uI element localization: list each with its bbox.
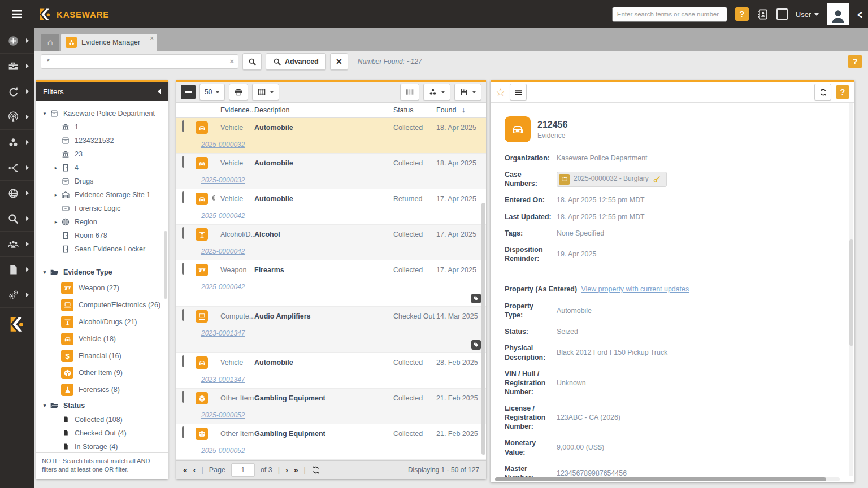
sidebar-item-broadcast[interactable] [0, 104, 34, 130]
help-button[interactable]: ? [848, 55, 862, 68]
case-number-link[interactable]: 2023-0001347 [201, 376, 245, 384]
favorite-star-icon[interactable]: ☆ [496, 87, 505, 98]
sidebar-item-web[interactable] [0, 181, 34, 206]
case-number-link[interactable]: 2025-0000042 [201, 283, 245, 291]
table-row[interactable]: Vehicle Automobile Returned 17. Apr 2025… [176, 189, 486, 225]
sidebar-item-settings[interactable] [0, 282, 34, 308]
column-header-status[interactable]: Status [393, 106, 436, 114]
sidebar-item-cases[interactable] [0, 54, 34, 79]
refresh-detail-button[interactable] [814, 84, 831, 101]
filter-tree-item[interactable]: 23 [36, 147, 168, 161]
row-checkbox[interactable] [182, 263, 184, 274]
filter-evidence-type-item[interactable]: Weapon (27) [36, 280, 168, 297]
column-header-evidence-type[interactable]: Evidence... [220, 106, 254, 114]
filter-evidence-type-item[interactable]: Vehicle (18) [36, 330, 168, 347]
case-number-link[interactable]: 2025-0000032 [201, 141, 245, 149]
table-row[interactable]: Vehicle Automobile Collected 18. Apr 202… [176, 154, 486, 189]
help-button[interactable]: ? [735, 7, 749, 21]
next-page-button[interactable]: › [285, 465, 288, 474]
user-menu[interactable]: User [796, 10, 819, 19]
filter-tree-item[interactable]: ▾ Kaseware Police Department [36, 107, 168, 120]
expander-icon[interactable]: ▾ [41, 111, 49, 116]
case-number-link[interactable]: 2025-0000032 [201, 176, 245, 184]
columns-dropdown[interactable] [252, 84, 279, 101]
table-row[interactable]: Other Item Gambling Equipment Collected … [176, 389, 486, 424]
table-row[interactable]: Compute... Audio Amplifiers Checked Out … [176, 307, 486, 353]
case-number-link[interactable]: 2025-0000042 [201, 212, 245, 220]
filter-status-item[interactable]: In Storage (4) [36, 440, 168, 452]
sidebar-item-people[interactable] [0, 232, 34, 257]
avatar[interactable] [827, 3, 849, 25]
expander-icon[interactable]: ▸ [52, 165, 60, 171]
close-search-button[interactable]: ✕ [330, 53, 348, 70]
contacts-icon[interactable] [757, 8, 769, 20]
sidebar-item-documents[interactable] [0, 257, 34, 282]
row-checkbox[interactable] [182, 191, 184, 203]
expand-open-icon[interactable]: ▾ [41, 269, 49, 275]
filter-status-item[interactable]: Collected (108) [36, 413, 168, 426]
collapse-rows-button[interactable] [181, 85, 196, 99]
table-row[interactable]: Vehicle Automobile Collected 18. Apr 202… [176, 118, 486, 154]
print-button[interactable] [229, 84, 248, 101]
expander-icon[interactable]: ▸ [52, 192, 60, 198]
window-icon[interactable] [776, 8, 788, 20]
refresh-results-icon[interactable] [311, 465, 320, 474]
collapse-topbar-icon[interactable]: < [857, 7, 862, 21]
search-button[interactable] [242, 53, 262, 70]
sidebar-item-link-analysis[interactable] [0, 155, 34, 181]
detail-menu-button[interactable] [510, 84, 527, 101]
case-number-link[interactable]: 2025-0000042 [201, 247, 245, 255]
sidebar-item-evidence[interactable] [0, 130, 34, 155]
page-number-input[interactable] [231, 463, 255, 477]
row-checkbox[interactable] [182, 120, 184, 132]
case-number-link[interactable]: 2025-0000052 [201, 447, 245, 455]
kaseware-k-logo[interactable] [0, 308, 34, 334]
filter-tree-item[interactable]: ▸ Evidence Storage Site 1 [36, 188, 168, 202]
expander-icon[interactable]: ▸ [52, 219, 60, 225]
tab-close-icon[interactable]: × [150, 34, 154, 42]
view-property-link[interactable]: View property with current updates [581, 285, 689, 293]
table-row[interactable]: Weapon Firearms Collected 17. Apr 2025 2… [176, 260, 486, 307]
filter-section-evidence-type[interactable]: ▾ Evidence Type [36, 265, 168, 280]
table-scrollbar[interactable] [481, 203, 485, 455]
column-header-found[interactable]: Found ↓ [436, 106, 486, 114]
row-checkbox[interactable] [182, 426, 184, 438]
row-checkbox[interactable] [182, 355, 184, 367]
filter-tree-item[interactable]: ▸ 4 [36, 161, 168, 175]
row-description[interactable]: Automobile [254, 157, 393, 167]
sidebar-item-new[interactable] [0, 28, 34, 54]
filter-tree-item[interactable]: Forensic Logic [36, 202, 168, 215]
page-size-dropdown[interactable]: 50 [199, 84, 225, 101]
filter-status-item[interactable]: Checked Out (4) [36, 426, 168, 440]
row-checkbox[interactable] [182, 391, 184, 403]
row-description[interactable]: Firearms [254, 264, 393, 274]
clear-query-icon[interactable]: × [229, 57, 234, 66]
sidebar-item-search[interactable] [0, 206, 34, 232]
row-description[interactable]: Automobile [254, 356, 393, 367]
case-number-chip[interactable]: 2025-0000032 - Burglary [557, 172, 667, 187]
row-description[interactable]: Gambling Equipment [254, 392, 393, 402]
prev-page-button[interactable]: ‹ [193, 465, 196, 474]
filter-tree-item[interactable]: Room 678 [36, 229, 168, 242]
main-menu-icon[interactable] [0, 0, 34, 28]
query-input[interactable] [41, 54, 238, 69]
detail-scrollbar[interactable] [849, 239, 853, 346]
tab-evidence-manager[interactable]: Evidence Manager × [61, 34, 157, 51]
collapse-filters-icon[interactable] [158, 89, 161, 94]
filter-evidence-type-item[interactable]: Forensics (8) [36, 381, 168, 398]
case-number-link[interactable]: 2023-0001347 [201, 329, 245, 337]
row-checkbox[interactable] [182, 156, 184, 168]
row-description[interactable]: Audio Amplifiers [254, 310, 393, 320]
row-description[interactable]: Alcohol [254, 228, 393, 238]
filter-evidence-type-item[interactable]: Other Item (9) [36, 364, 168, 381]
first-page-button[interactable]: « [183, 465, 188, 474]
table-row[interactable]: Other Item Gambling Equipment Collected … [176, 460, 486, 460]
filter-tree-item[interactable]: Drugs [36, 175, 168, 188]
filters-scrollbar[interactable] [164, 231, 167, 299]
filter-tree-item[interactable]: ▸ Region [36, 215, 168, 229]
table-row[interactable]: Vehicle Automobile Collected 28. Feb 202… [176, 353, 486, 389]
save-dropdown[interactable] [454, 84, 481, 101]
filter-evidence-type-item[interactable]: Computer/Electronics (26) [36, 297, 168, 313]
row-checkbox[interactable] [182, 227, 184, 239]
home-tab[interactable]: ⌂ [41, 34, 59, 51]
